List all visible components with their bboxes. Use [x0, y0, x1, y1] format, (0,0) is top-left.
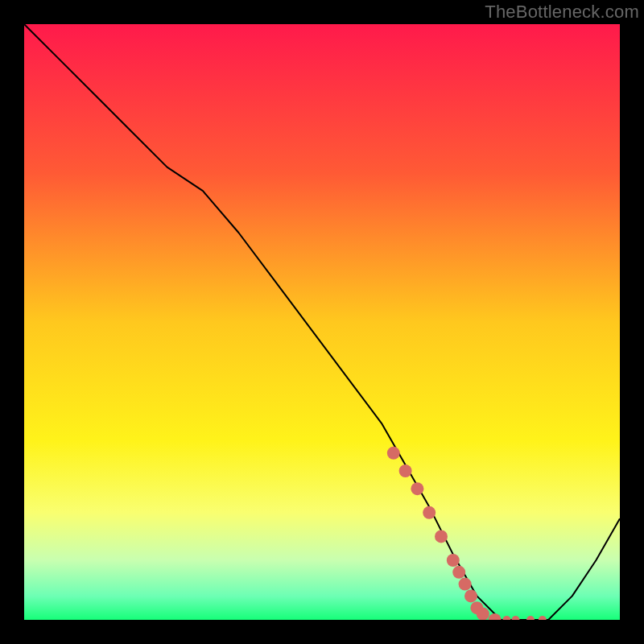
chart-frame: TheBottleneck.com — [0, 0, 644, 644]
highlight-dot — [447, 554, 460, 567]
highlight-dot — [387, 447, 400, 460]
highlight-dot — [411, 482, 423, 495]
chart-svg — [24, 24, 620, 620]
highlight-dot — [435, 530, 448, 543]
highlight-dot — [459, 578, 472, 591]
highlight-dot — [423, 506, 436, 519]
plot-area — [24, 24, 620, 620]
highlight-dot — [399, 464, 412, 477]
highlight-dot — [452, 566, 465, 579]
highlight-dot — [464, 589, 477, 602]
watermark-label: TheBottleneck.com — [485, 2, 639, 23]
highlight-dot — [477, 608, 489, 620]
